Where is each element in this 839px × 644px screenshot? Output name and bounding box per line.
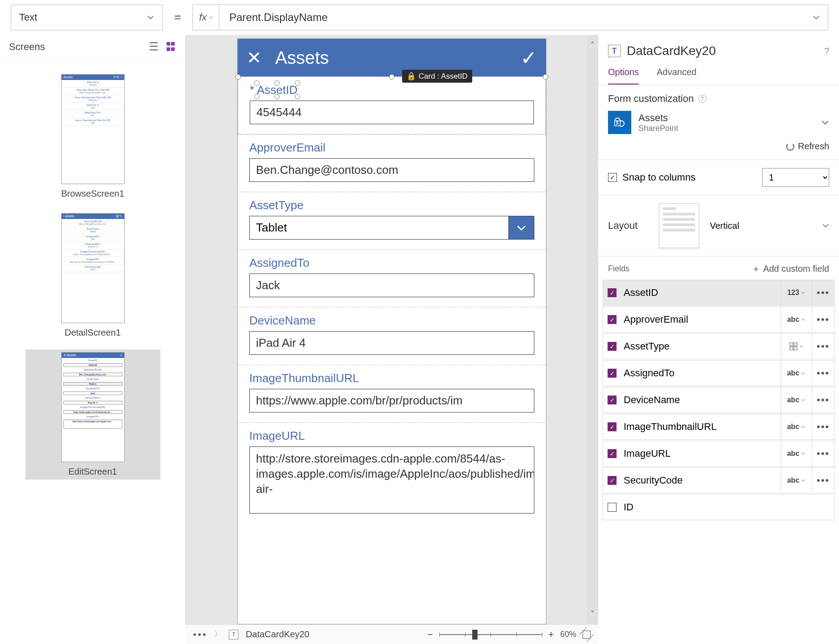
- field-input-assetid[interactable]: [250, 101, 534, 124]
- field-checkbox[interactable]: ✓: [608, 315, 617, 324]
- field-more-icon[interactable]: •••: [812, 280, 834, 305]
- property-selector[interactable]: Text: [11, 4, 163, 30]
- field-name: ApproverEmail: [621, 314, 780, 325]
- card-assettype[interactable]: AssetType Tablet: [238, 192, 546, 250]
- field-more-icon[interactable]: •••: [812, 334, 834, 359]
- more-icon[interactable]: •••: [193, 629, 207, 640]
- phone-canvas[interactable]: ✕ Assets ✓ * AssetID ApproverEmail: [237, 38, 546, 624]
- dropdown-button[interactable]: [508, 216, 534, 240]
- field-input-approveremail[interactable]: [249, 158, 534, 182]
- field-more-icon[interactable]: •••: [812, 414, 834, 439]
- zoom-out-button[interactable]: −: [427, 629, 433, 640]
- fx-button[interactable]: fx: [193, 4, 219, 30]
- columns-select[interactable]: 1: [762, 168, 829, 187]
- card-approveremail[interactable]: ApproverEmail: [238, 135, 546, 192]
- field-name: ImageURL: [621, 448, 780, 459]
- field-checkbox[interactable]: ✓: [608, 288, 617, 297]
- screen-thumbnail-browse[interactable]: Assets⟳ ⇅ + iPad Air 2Miranda Asus Zen B…: [25, 72, 160, 202]
- field-checkbox[interactable]: ✓: [608, 369, 617, 378]
- main-area: Screens Assets⟳ ⇅ + iPad Air 2Miranda As…: [0, 35, 839, 624]
- field-type-selector[interactable]: [780, 334, 812, 359]
- field-type-selector[interactable]: abc: [780, 414, 812, 439]
- zoom-in-button[interactable]: +: [548, 629, 554, 640]
- field-select-assettype[interactable]: Tablet: [249, 216, 508, 240]
- canvas-area: 🔒 Card : AssetID ✕ Assets ✓ * AssetID: [186, 35, 598, 624]
- grid-view-icon[interactable]: [167, 42, 176, 52]
- data-source-row[interactable]: S Assets SharePoint: [608, 111, 829, 134]
- field-checkbox[interactable]: [608, 503, 617, 512]
- field-more-icon[interactable]: •••: [812, 468, 834, 493]
- field-row-securitycode[interactable]: ✓SecurityCodeabc •••: [603, 467, 835, 493]
- field-input-assignedto[interactable]: [249, 274, 534, 297]
- field-row-approveremail[interactable]: ✓ApproverEmailabc •••: [603, 307, 835, 333]
- card-tooltip: 🔒 Card : AssetID: [402, 70, 472, 83]
- status-bar: ••• 〉 T DataCardKey20 − + 60%: [186, 624, 598, 644]
- field-type-selector[interactable]: abc: [780, 387, 812, 412]
- breadcrumb-sep: 〉: [214, 630, 222, 639]
- refresh-button[interactable]: Refresh: [608, 141, 829, 152]
- tab-advanced[interactable]: Advanced: [657, 61, 696, 84]
- formula-input[interactable]: Parent.DisplayName: [219, 4, 828, 30]
- zoom-slider[interactable]: [439, 634, 542, 635]
- add-custom-field-button[interactable]: ＋ Add custom field: [751, 263, 829, 275]
- screen-thumbnail-edit[interactable]: ✕ Assets✓ AssetID4545444 ApproverEmailBe…: [25, 349, 160, 480]
- breadcrumb[interactable]: DataCardKey20: [246, 629, 309, 640]
- card-imageurl[interactable]: ImageURL http://store.storeimages.cdn-ap…: [238, 423, 546, 523]
- card-assignedto[interactable]: AssignedTo: [238, 250, 546, 307]
- scroll-up-icon[interactable]: ˄: [591, 40, 595, 50]
- screen-thumbnail-detail[interactable]: ‹ Assets🗑 ✎ ApproverEmailBen.Change@cont…: [25, 210, 160, 341]
- scroll-down-icon[interactable]: ˅: [591, 609, 595, 619]
- formula-bar: Text = fx Parent.DisplayName: [0, 0, 839, 35]
- field-more-icon[interactable]: •••: [812, 441, 834, 466]
- card-assetid[interactable]: * AssetID: [238, 76, 546, 135]
- fields-header: Fields ＋ Add custom field: [598, 257, 839, 279]
- zoom-percent: 60%: [560, 630, 576, 639]
- field-more-icon[interactable]: •••: [812, 387, 834, 412]
- field-more-icon[interactable]: •••: [812, 307, 834, 332]
- field-type-selector[interactable]: abc: [780, 441, 812, 466]
- svg-rect-5: [794, 343, 797, 346]
- screens-header: Screens: [0, 35, 185, 59]
- form-customization-section: Form customization ? S Assets SharePoint…: [598, 85, 839, 160]
- field-row-imageurl[interactable]: ✓ImageURLabc •••: [603, 441, 835, 467]
- field-row-assignedto[interactable]: ✓AssignedToabc •••: [603, 360, 835, 386]
- field-checkbox[interactable]: ✓: [608, 342, 617, 351]
- field-label: ApproverEmail: [249, 141, 534, 155]
- submit-icon[interactable]: ✓: [520, 46, 537, 69]
- field-name: SecurityCode: [621, 475, 780, 486]
- field-checkbox[interactable]: ✓: [608, 449, 617, 458]
- svg-rect-7: [794, 347, 797, 350]
- datasource-name: Assets: [638, 112, 814, 124]
- field-checkbox[interactable]: ✓: [608, 422, 617, 431]
- list-view-icon[interactable]: [150, 42, 159, 52]
- field-input-imagethumbnailurl[interactable]: [249, 389, 534, 412]
- field-row-assettype[interactable]: ✓AssetType •••: [603, 333, 835, 359]
- field-textarea-imageurl[interactable]: http://store.storeimages.cdn-apple.com/8…: [249, 446, 534, 514]
- help-icon[interactable]: ?: [824, 46, 829, 56]
- canvas-scrollbar[interactable]: ˄ ˅: [587, 35, 598, 624]
- field-type-selector[interactable]: abc: [780, 361, 812, 386]
- field-checkbox[interactable]: ✓: [608, 476, 617, 485]
- screen-label: DetailScreen1: [61, 328, 125, 338]
- field-input-devicename[interactable]: [249, 331, 534, 355]
- card-devicename[interactable]: DeviceName: [238, 307, 546, 365]
- field-row-devicename[interactable]: ✓DeviceNameabc •••: [603, 387, 835, 413]
- field-type-selector[interactable]: 123: [780, 280, 812, 305]
- fit-to-screen-icon[interactable]: [583, 631, 591, 639]
- field-type-selector[interactable]: abc: [780, 468, 812, 493]
- field-name: AssetID: [621, 287, 780, 299]
- field-row-imagethumbnailurl[interactable]: ✓ImageThumbnailURLabc •••: [603, 414, 835, 440]
- layout-section: Layout Vertical: [598, 195, 839, 257]
- layout-select[interactable]: Vertical: [710, 221, 829, 231]
- field-row-assetid[interactable]: ✓AssetID123 •••: [603, 280, 835, 306]
- chevron-down-icon[interactable]: [821, 118, 829, 126]
- snap-checkbox[interactable]: ✓: [608, 173, 617, 182]
- cancel-icon[interactable]: ✕: [247, 47, 262, 68]
- tab-options[interactable]: Options: [608, 61, 639, 84]
- field-type-selector[interactable]: abc: [780, 307, 812, 332]
- field-more-icon[interactable]: •••: [812, 361, 834, 386]
- card-imagethumbnailurl[interactable]: ImageThumbnailURL: [238, 365, 546, 423]
- field-checkbox[interactable]: ✓: [608, 396, 617, 404]
- field-row-id[interactable]: ID: [603, 494, 835, 520]
- help-icon[interactable]: ?: [698, 95, 706, 103]
